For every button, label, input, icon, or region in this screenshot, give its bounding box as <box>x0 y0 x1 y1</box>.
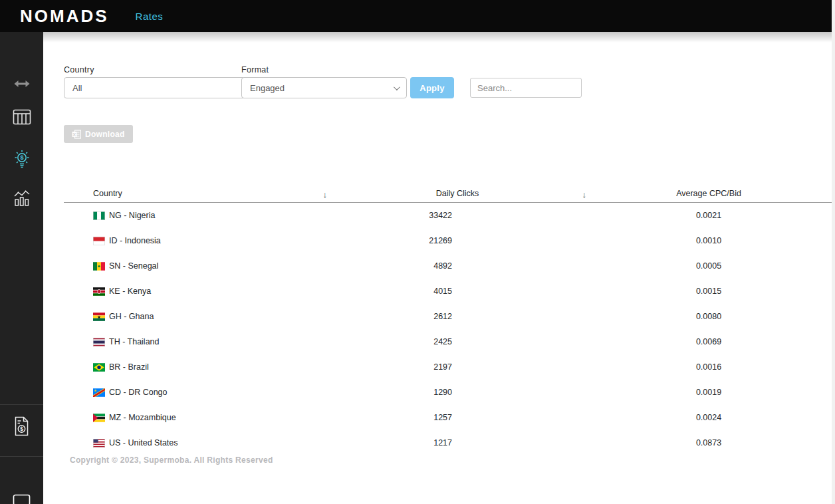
column-header-average-cpc-bid: Average CPC/Bid <box>676 189 741 198</box>
country-flag-icon <box>93 388 105 397</box>
table-row: ID - Indonesia212690.0010 <box>64 228 835 253</box>
country-flag-icon <box>93 363 105 372</box>
apply-button[interactable]: Apply <box>410 77 454 98</box>
country-flag-icon <box>93 414 105 422</box>
country-filter-label: Country <box>64 65 94 74</box>
daily-clicks-cell: 2612 <box>332 312 452 321</box>
avg-cpc-bid-cell: 0.0080 <box>582 312 835 321</box>
country-cell: KE - Kenya <box>93 287 332 296</box>
bulb-dollar-icon[interactable]: $ <box>0 149 43 169</box>
country-flag-icon <box>93 439 105 447</box>
avg-cpc-bid-cell: 0.0069 <box>582 337 835 346</box>
country-cell: SN - Senegal <box>93 261 332 271</box>
country-label: ID - Indonesia <box>109 236 161 245</box>
avg-cpc-bid-cell: 0.0005 <box>582 261 835 271</box>
table-row: MZ - Mozambique12570.0024 <box>64 405 835 430</box>
rates-table: Country ↓ Daily Clicks ↓ Average CPC/Bid… <box>64 184 835 455</box>
download-button[interactable]: X Download <box>64 125 133 143</box>
daily-clicks-cell: 2425 <box>332 337 452 346</box>
format-select[interactable]: Engaged <box>241 77 407 98</box>
stats-chart-icon[interactable] <box>0 189 43 207</box>
country-label: NG - Nigeria <box>109 211 155 220</box>
daily-clicks-cell: 1217 <box>332 438 452 447</box>
country-label: GH - Ghana <box>109 312 154 321</box>
table-row: KE - Kenya40150.0015 <box>64 279 835 304</box>
country-flag-icon <box>93 313 105 321</box>
country-flag-icon <box>93 211 105 220</box>
daily-clicks-cell: 21269 <box>332 236 452 245</box>
country-flag-icon <box>93 338 105 346</box>
daily-clicks-cell: 1290 <box>332 388 452 397</box>
sort-descending-icon[interactable]: ↓ <box>323 190 328 199</box>
scrollbar-track[interactable] <box>832 0 835 504</box>
app-logo: NOMADS <box>20 6 109 27</box>
avg-cpc-bid-cell: 0.0021 <box>582 211 835 220</box>
country-label: US - United States <box>109 438 178 447</box>
sidebar-divider <box>0 456 43 457</box>
column-header-daily-clicks: Daily Clicks <box>436 189 479 198</box>
country-flag-icon <box>93 237 105 245</box>
table-row: NG - Nigeria334220.0021 <box>64 203 835 228</box>
avg-cpc-bid-cell: 0.0024 <box>582 413 835 422</box>
sidebar: $ $ <box>0 32 43 504</box>
svg-text:$: $ <box>20 154 23 161</box>
download-label: Download <box>85 130 125 139</box>
resize-horizontal-icon[interactable] <box>0 78 43 89</box>
avg-cpc-bid-cell: 0.0873 <box>582 438 835 447</box>
country-label: CD - DR Congo <box>109 388 168 397</box>
daily-clicks-cell: 4892 <box>332 261 452 271</box>
country-label: KE - Kenya <box>109 287 151 296</box>
copyright-text: Copyright © 2023, Supermoba. All Rights … <box>70 455 273 465</box>
chat-icon[interactable] <box>0 493 43 504</box>
table-row: GH - Ghana26120.0080 <box>64 304 835 329</box>
country-flag-icon <box>93 287 105 296</box>
invoice-dollar-icon[interactable]: $ <box>0 416 43 436</box>
avg-cpc-bid-cell: 0.0016 <box>582 362 835 372</box>
country-select[interactable]: All <box>64 77 259 98</box>
country-cell: TH - Thailand <box>93 337 332 346</box>
table-row: CD - DR Congo12900.0019 <box>64 380 835 405</box>
chevron-down-icon <box>394 84 400 90</box>
search-input[interactable] <box>470 78 582 98</box>
table-body: NG - Nigeria334220.0021ID - Indonesia212… <box>64 203 835 455</box>
country-cell: US - United States <box>93 438 332 447</box>
country-cell: ID - Indonesia <box>93 236 332 245</box>
avg-cpc-bid-cell: 0.0015 <box>582 287 835 296</box>
table-header-row: Country ↓ Daily Clicks ↓ Average CPC/Bid <box>64 184 835 203</box>
daily-clicks-cell: 2197 <box>332 362 452 372</box>
excel-file-icon: X <box>72 130 81 139</box>
country-label: MZ - Mozambique <box>109 413 176 422</box>
country-cell: NG - Nigeria <box>93 211 332 220</box>
svg-text:$: $ <box>20 426 23 432</box>
daily-clicks-cell: 1257 <box>332 413 452 422</box>
format-filter-label: Format <box>241 65 269 74</box>
top-header-bar: NOMADS Rates <box>0 0 835 32</box>
svg-text:X: X <box>72 131 76 137</box>
table-row: SN - Senegal48920.0005 <box>64 253 835 279</box>
column-header-country: Country <box>93 189 122 198</box>
sidebar-divider <box>0 404 43 405</box>
country-cell: CD - DR Congo <box>93 388 332 397</box>
country-cell: BR - Brazil <box>93 362 332 372</box>
country-flag-icon <box>93 262 105 271</box>
avg-cpc-bid-cell: 0.0010 <box>582 236 835 245</box>
country-cell: MZ - Mozambique <box>93 413 332 422</box>
table-row: BR - Brazil21970.0016 <box>64 354 835 380</box>
table-row: TH - Thailand24250.0069 <box>64 329 835 354</box>
main-content: Country All Format Engaged Apply X Downl… <box>43 32 835 504</box>
nav-rates[interactable]: Rates <box>136 11 164 22</box>
daily-clicks-cell: 4015 <box>332 287 452 296</box>
format-select-value: Engaged <box>250 83 285 93</box>
country-label: BR - Brazil <box>109 362 149 372</box>
table-row: US - United States12170.0873 <box>64 430 835 455</box>
daily-clicks-cell: 33422 <box>332 211 452 220</box>
avg-cpc-bid-cell: 0.0019 <box>582 388 835 397</box>
country-label: SN - Senegal <box>109 261 158 271</box>
table-columns-icon[interactable] <box>0 109 43 126</box>
sort-descending-icon[interactable]: ↓ <box>582 190 587 199</box>
country-select-value: All <box>72 83 82 93</box>
country-label: TH - Thailand <box>109 337 160 346</box>
country-cell: GH - Ghana <box>93 312 332 321</box>
